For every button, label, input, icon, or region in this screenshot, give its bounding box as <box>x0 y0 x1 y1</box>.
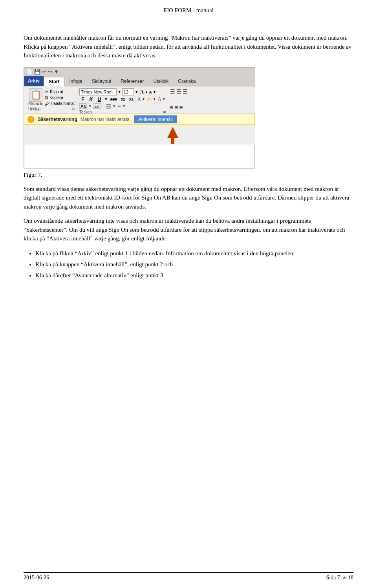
list-item-1: Klicka på fliken “Arkiv” enligt punkt 1 … <box>35 249 353 258</box>
increase-font-btn[interactable]: A <box>140 89 144 95</box>
document-area <box>24 145 255 168</box>
tecken-label: Tecken <box>79 110 92 114</box>
font-size-dropdown-icon[interactable]: ▼ <box>135 90 139 94</box>
justify-btn3[interactable]: ≡ <box>179 104 183 111</box>
align-left-btn[interactable]: ☰ <box>170 88 175 95</box>
bullet-list: Klicka på fliken “Arkiv” enligt punkt 1 … <box>35 249 353 280</box>
tab-referenser[interactable]: Referenser <box>116 77 148 86</box>
undo-icon: ↩ <box>42 69 46 75</box>
align-center-btn[interactable]: ☰ <box>176 88 181 95</box>
paragraph-1: Om dokumentet innehåller makron får du n… <box>24 33 353 60</box>
tab-start[interactable]: Start <box>44 77 64 86</box>
footer-page: Sida 7 av 18 <box>326 575 353 581</box>
copy-icon: ⧉ <box>45 95 48 101</box>
security-warning-icon: ! <box>27 116 35 123</box>
paragraph-3: Om ovanstående säkerhetsvarning inte vis… <box>24 216 353 243</box>
superscript-button[interactable]: x2 <box>128 97 135 102</box>
font-effects-btn[interactable]: A <box>137 96 141 102</box>
security-text: Makron har inaktiverats. <box>81 117 131 122</box>
paragraph-2: Som standard visas denna säkerhetsvarnin… <box>24 185 353 211</box>
upward-arrow-shaft <box>171 138 174 144</box>
clipboard-label: Urklipp <box>28 107 40 111</box>
tab-arkiv[interactable]: Arkiv <box>24 76 44 86</box>
list-dropdown-2[interactable]: ▼ <box>123 104 126 108</box>
upward-arrow-head <box>167 127 178 138</box>
aa-btn[interactable]: Aa <box>79 103 87 109</box>
list-dropdown-1[interactable]: ▼ <box>113 104 116 108</box>
bold-button[interactable]: F <box>79 96 86 103</box>
copy-button[interactable]: ⧉ Kopiera <box>45 95 75 101</box>
list-item-2: Klicka på knappen “Aktivera innehåll”, e… <box>35 260 353 269</box>
figur-caption: Figur 7. <box>24 172 353 178</box>
paintbrush-icon: 🖌 <box>45 101 49 106</box>
list-item-3: Klicka därefter “Avancerade alternativ” … <box>35 271 353 280</box>
underline-button[interactable]: U <box>96 96 103 103</box>
tab-granska[interactable]: Granska <box>173 77 200 86</box>
underline-dropdown-icon[interactable]: ▼ <box>104 97 108 101</box>
ribbon-tabs: Arkiv Start Infoga Sidlayout Referenser … <box>24 76 255 86</box>
aa-dropdown[interactable]: ▼ <box>88 104 92 108</box>
tab-utskick[interactable]: Utskick <box>149 77 174 86</box>
aaa-btn[interactable]: aa! <box>93 103 101 109</box>
tab-sidlayout[interactable]: Sidlayout <box>87 77 116 86</box>
format-paint-button[interactable]: 🖌 Hämta format <box>45 101 75 106</box>
page: EIO FORM - manual Om dokumentet innehåll… <box>0 0 377 588</box>
scissors-icon: ✂ <box>45 89 49 95</box>
highlight-dropdown[interactable]: ▼ <box>153 97 156 101</box>
footer-date: 2015-06-26 <box>24 575 49 581</box>
ribbon-title-bar: 📄 💾 ↩ ↪ ▼ <box>24 68 255 76</box>
align-right-btn[interactable]: ☰ <box>183 88 188 95</box>
security-bar: ! Säkerhetsvarning Makron har inaktivera… <box>24 114 255 125</box>
main-content: Om dokumentet innehåller makron får du n… <box>24 18 353 280</box>
ribbon-toolbar: 📋 Klistra in ✂ Klipp ut ⧉ Kopiera <box>24 86 255 114</box>
clipboard-expand-icon[interactable]: ⧉ <box>72 107 75 111</box>
redo-icon: ↪ <box>48 69 52 75</box>
font-size-input[interactable] <box>122 88 134 95</box>
security-label: Säkerhetsvarning <box>38 117 77 122</box>
justify-btn[interactable]: ≡ <box>170 104 174 111</box>
font-color-btn[interactable]: A <box>158 96 161 102</box>
list-btn-2[interactable]: ≡ <box>117 103 121 110</box>
paste-icon[interactable]: 📋 <box>29 88 42 102</box>
list-btn-1[interactable]: ☰ <box>106 103 111 110</box>
font-effects-dropdown[interactable]: ▼ <box>142 97 145 101</box>
word-icon: 📄 <box>26 69 33 75</box>
subscript-button[interactable]: x2 <box>119 97 126 102</box>
activate-content-button[interactable]: Aktivera innehåll <box>134 115 177 123</box>
font-row: ▼ ▼ A▲ A▼ <box>79 88 166 95</box>
format-row: F K U ▼ abc x2 x2 A ▼ ab ▼ A ▼ <box>79 96 166 103</box>
font-extra-row: Aa ▼ aa! ☰ ▼ ≡ ▼ <box>79 103 166 110</box>
align-row-1: ☰ ☰ ☰ <box>170 88 198 95</box>
tab-infoga[interactable]: Infoga <box>64 77 87 86</box>
font-name-dropdown-icon[interactable]: ▼ <box>117 90 121 94</box>
cut-button[interactable]: ✂ Klipp ut <box>45 89 75 95</box>
page-title: EIO FORM - manual <box>163 7 214 13</box>
justify-btn2[interactable]: ≡ <box>175 104 178 111</box>
paste-label: Klistra in <box>28 102 43 106</box>
save-icon: 💾 <box>34 69 40 75</box>
italic-button[interactable]: K <box>88 96 95 103</box>
font-color-dropdown[interactable]: ▼ <box>163 97 166 101</box>
dropdown-icon: ▼ <box>54 69 59 75</box>
arrow-container <box>24 125 255 145</box>
ribbon-screenshot: 📄 💾 ↩ ↪ ▼ Arkiv Start Infoga Sidlayout R… <box>24 67 255 169</box>
page-header: EIO FORM - manual <box>24 0 353 18</box>
align-row-2: ≡ ≡ ≡ <box>170 104 198 111</box>
tecken-expand-icon[interactable]: ⧉ <box>163 110 166 114</box>
strikethrough-button[interactable]: abc <box>109 97 118 102</box>
font-name-input[interactable] <box>79 88 117 95</box>
decrease-font-btn[interactable]: A <box>149 90 152 94</box>
page-footer: 2015-06-26 Sida 7 av 18 <box>24 572 353 581</box>
highlight-btn[interactable]: ab <box>147 96 152 102</box>
